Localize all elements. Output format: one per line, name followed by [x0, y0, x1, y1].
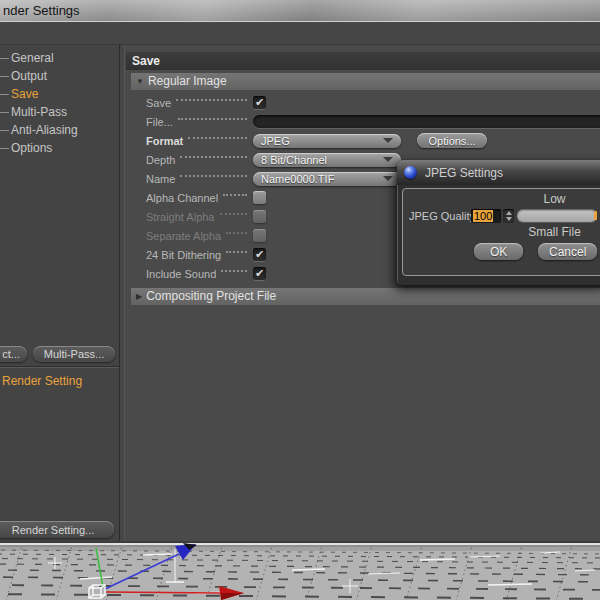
sidebar-item-label: General: [11, 51, 54, 65]
sidebar-separator: [0, 366, 119, 368]
include-sound-checkbox[interactable]: ✔: [253, 267, 266, 280]
check-icon: ✔: [255, 248, 264, 261]
ok-button[interactable]: OK: [474, 243, 523, 260]
jpeg-quality-slider[interactable]: [517, 209, 597, 222]
sidebar-item-output[interactable]: Output: [0, 67, 119, 85]
alpha-channel-label: Alpha Channel: [146, 192, 218, 204]
row-format: Format JPEG Options...: [126, 131, 600, 150]
tree-connector: [0, 130, 9, 131]
jpeg-settings-dialog: JPEG Settings Low JPEG Quality 100: [397, 160, 600, 285]
straight-alpha-label: Straight Alpha: [146, 211, 215, 223]
dotted-leader: [180, 156, 247, 158]
spinner-down-icon: [506, 217, 512, 221]
dotted-leader: [221, 270, 247, 272]
panel-header: Save: [126, 52, 600, 70]
dithering-checkbox[interactable]: ✔: [253, 248, 266, 261]
format-options-button[interactable]: Options...: [417, 133, 487, 148]
jpeg-dialog-body: Low JPEG Quality 100 Small File: [402, 188, 600, 276]
sidebar-item-label: Output: [11, 69, 47, 83]
format-label: Format: [146, 135, 183, 147]
separate-alpha-checkbox: [253, 229, 266, 242]
sidebar-item-label: Save: [11, 87, 38, 101]
quality-spinner[interactable]: [503, 209, 514, 223]
regular-image-section-label: Regular Image: [148, 73, 227, 90]
sidebar-item-multi-pass[interactable]: Multi-Pass: [0, 103, 119, 121]
file-label: File...: [146, 116, 173, 128]
jpeg-quality-label: JPEG Quality: [409, 210, 471, 222]
sidebar-item-save[interactable]: Save: [0, 85, 119, 103]
tree-connector: [0, 94, 9, 95]
regular-image-section[interactable]: ▼ Regular Image: [131, 73, 600, 90]
viewport-top-highlight: [0, 543, 600, 545]
format-value: JPEG: [261, 135, 290, 147]
chevron-down-icon: [383, 176, 393, 181]
chevron-down-icon: [383, 157, 393, 162]
separate-alpha-label: Separate Alpha: [146, 230, 221, 242]
name-format-value: Name0000.TIF: [261, 173, 334, 185]
jpeg-dialog-titlebar[interactable]: JPEG Settings: [397, 160, 600, 185]
dotted-leader: [226, 251, 247, 253]
dotted-leader: [180, 175, 247, 177]
sidebar-divider[interactable]: [119, 45, 125, 541]
viewport-3d[interactable]: [0, 541, 600, 600]
multi-pass-button-label: Multi-Pass...: [44, 348, 105, 360]
dotted-leader: [223, 194, 247, 196]
x-axis-red: [106, 592, 221, 593]
jpeg-quality-input[interactable]: 100: [471, 209, 501, 223]
panel-header-label: Save: [132, 54, 160, 68]
sidebar-item-label: Multi-Pass: [11, 105, 67, 119]
tree-connector: [0, 112, 9, 113]
chevron-down-icon: [383, 138, 393, 143]
format-dropdown[interactable]: JPEG: [253, 134, 401, 148]
render-setting-preset[interactable]: Render Setting: [2, 374, 82, 388]
window-titlebar[interactable]: nder Settings: [0, 0, 600, 22]
sidebar-item-label: Options: [11, 141, 52, 155]
row-file: File...: [126, 112, 600, 131]
window-top-strip: [0, 23, 600, 45]
effect-button[interactable]: ct...: [0, 346, 27, 362]
new-render-setting-button[interactable]: Render Setting...: [0, 521, 114, 538]
multi-pass-button[interactable]: Multi-Pass...: [33, 346, 115, 362]
dotted-leader: [178, 118, 247, 120]
depth-value: 8 Bit/Channel: [261, 154, 327, 166]
render-setting-preset-label: Render Setting: [2, 374, 82, 388]
save-settings-panel: Save ▼ Regular Image Save ✔ File... Form…: [126, 45, 600, 541]
slider-handle[interactable]: [594, 211, 597, 220]
name-label: Name: [146, 173, 175, 185]
sidebar-item-options[interactable]: Options: [0, 139, 119, 157]
render-settings-window: nder Settings General Output Save Multi-…: [0, 0, 600, 600]
effect-button-label: ct...: [2, 348, 20, 360]
save-checkbox[interactable]: ✔: [253, 96, 266, 109]
viewport-top-edge: [0, 545, 600, 547]
dotted-leader: [226, 232, 247, 234]
depth-dropdown[interactable]: 8 Bit/Channel: [253, 153, 401, 167]
jpeg-quality-value: 100: [473, 210, 493, 222]
sidebar-item-label: Anti-Aliasing: [11, 123, 78, 137]
section-collapsed-icon: ▶: [136, 288, 142, 305]
name-format-dropdown[interactable]: Name0000.TIF: [253, 172, 401, 186]
check-icon: ✔: [255, 267, 264, 280]
depth-label: Depth: [146, 154, 175, 166]
section-expanded-icon: ▼: [136, 73, 144, 90]
dotted-leader: [220, 213, 248, 215]
alpha-channel-checkbox[interactable]: [253, 191, 266, 204]
tree-connector: [0, 148, 9, 149]
window-title: nder Settings: [3, 3, 80, 18]
include-sound-label: Include Sound: [146, 268, 216, 280]
dotted-leader: [176, 99, 247, 101]
tree-connector: [0, 58, 9, 59]
tree-connector: [0, 76, 9, 77]
save-label: Save: [146, 97, 171, 109]
sidebar-item-anti-aliasing[interactable]: Anti-Aliasing: [0, 121, 119, 139]
file-path-input[interactable]: [253, 115, 600, 128]
cancel-button-label: Cancel: [549, 245, 586, 259]
row-save: Save ✔: [126, 93, 600, 112]
new-render-setting-button-label: Render Setting...: [12, 524, 95, 536]
cancel-button[interactable]: Cancel: [538, 243, 597, 260]
spinner-up-icon: [506, 211, 512, 215]
quality-scale-top-label: Low: [512, 192, 597, 206]
sidebar-item-general[interactable]: General: [0, 49, 119, 67]
compositing-project-section[interactable]: ▶ Compositing Project File: [131, 288, 600, 305]
dotted-leader: [188, 137, 247, 139]
check-icon: ✔: [255, 96, 264, 109]
